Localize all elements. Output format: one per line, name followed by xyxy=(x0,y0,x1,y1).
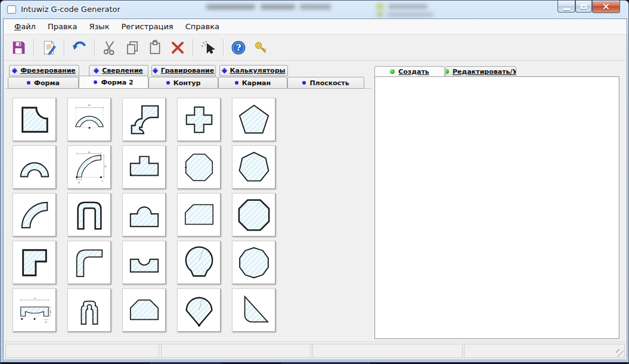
shape-rect-concave-corner[interactable] xyxy=(13,98,56,141)
magic-pointer-icon xyxy=(200,40,216,55)
toolbar-separator xyxy=(193,39,193,57)
shape-heptagon[interactable] xyxy=(232,145,275,189)
shape-lintel-arch-icon: abd xyxy=(17,293,52,328)
glass-smudge xyxy=(387,13,433,17)
shape-u-channel[interactable] xyxy=(67,193,111,237)
glass-smudge xyxy=(300,4,331,10)
shape-octagon-crosshair[interactable] xyxy=(177,145,221,189)
shape-flat-hexagon[interactable] xyxy=(122,288,166,332)
clipboard-icon xyxy=(147,40,163,55)
key-icon xyxy=(253,40,269,55)
shape-pentagon[interactable] xyxy=(232,98,275,141)
toolbar-cut-button[interactable] xyxy=(100,38,120,58)
resize-grip[interactable] xyxy=(616,349,624,357)
shape-fan-point-bottom-icon xyxy=(182,293,216,328)
menu-item-edit[interactable]: Правка xyxy=(42,19,83,34)
shape-rect-chamfer-corner-icon xyxy=(182,198,216,232)
shape-balloon-flat-bottom-icon xyxy=(182,245,216,280)
tab-label: Редактировать/У xyxy=(453,68,516,76)
tab-frezerovanie[interactable]: Фрезерование xyxy=(9,65,79,76)
shape-half-ring-icon xyxy=(17,150,52,185)
svg-text:a: a xyxy=(88,104,90,107)
shape-stepped-corner-icon xyxy=(127,102,162,137)
menu-item-language[interactable]: Язык xyxy=(83,19,115,34)
tab-label: Форма 2 xyxy=(101,79,133,86)
toolbar-select-tool-button[interactable] xyxy=(198,38,218,58)
tab-redaktirovat[interactable]: Редактировать/У xyxy=(445,66,516,77)
client-area: ФайлПравкаЯзыкРегистрацияСправка ? Фрезе… xyxy=(3,18,627,359)
tab-forma[interactable]: Форма xyxy=(8,77,79,89)
toolbar: ? xyxy=(4,35,627,61)
menu-item-file[interactable]: Файл xyxy=(8,19,42,34)
toolbar-license-key-button[interactable] xyxy=(251,38,271,58)
glass-smudge xyxy=(57,359,90,362)
tab-label: Плоскость xyxy=(309,79,349,87)
floppy-disk-icon xyxy=(11,40,26,55)
tab-label: Карман xyxy=(242,79,271,87)
shape-pentagon-icon xyxy=(237,102,271,137)
delete-x-icon xyxy=(170,40,185,55)
shape-portal-arch[interactable] xyxy=(67,288,111,332)
shape-rect-semicircle-notch[interactable] xyxy=(122,241,166,284)
title-bar[interactable]: Intuwiz G-code Generator × xyxy=(1,1,628,18)
window-title: Intuwiz G-code Generator xyxy=(21,5,120,14)
svg-text:a: a xyxy=(88,150,90,153)
shape-stepped-corner[interactable] xyxy=(122,98,166,141)
shape-fan-point-bottom[interactable] xyxy=(177,288,221,332)
scissors-icon xyxy=(102,40,117,55)
toolbar-edit-document-button[interactable] xyxy=(39,38,59,58)
svg-text:a: a xyxy=(34,296,36,299)
toolbar-paste-button[interactable] xyxy=(145,38,165,58)
tab-kontur[interactable]: Контур xyxy=(148,77,218,89)
glass-smudge xyxy=(261,4,295,10)
shape-right-triangle-fillet[interactable] xyxy=(232,288,275,332)
toolbar-separator xyxy=(64,39,64,57)
shape-l-block[interactable] xyxy=(13,241,56,284)
shape-t-shape[interactable] xyxy=(122,145,166,189)
shape-arch-bridge-icon: a xyxy=(72,102,107,137)
menu-bar: ФайлПравкаЯзыкРегистрацияСправка xyxy=(4,19,627,35)
dot-blue-icon xyxy=(166,81,170,85)
shape-heptagon-icon xyxy=(237,150,271,185)
app-icon[interactable] xyxy=(7,5,16,14)
undo-arrow-icon xyxy=(72,40,87,55)
shape-balloon-flat-bottom[interactable] xyxy=(177,241,221,284)
toolbar-delete-button[interactable] xyxy=(168,38,188,58)
shape-rect-concave-corner-icon xyxy=(17,102,52,137)
shape-octagon-icon xyxy=(237,198,271,232)
close-icon: × xyxy=(602,1,610,12)
toolbar-undo-button[interactable] xyxy=(69,38,89,58)
shape-curved-wedge[interactable]: abcd xyxy=(67,145,111,189)
toolbar-copy-button[interactable] xyxy=(122,38,142,58)
shape-octagon[interactable] xyxy=(232,193,275,237)
shape-half-ring[interactable] xyxy=(13,145,56,189)
shape-rect-chamfer-corner[interactable] xyxy=(177,193,221,237)
menu-item-help[interactable]: Справка xyxy=(179,19,225,34)
tab-karman[interactable]: Карман xyxy=(218,77,287,89)
shape-rect-dome-top[interactable] xyxy=(122,193,166,237)
glass-smudge xyxy=(376,12,383,17)
tab-gravirovanie[interactable]: Гравирование xyxy=(151,65,216,76)
tab-sverlenie[interactable]: Сверление xyxy=(89,65,148,76)
shape-arch-bridge[interactable]: a xyxy=(67,98,111,141)
preview-canvas[interactable] xyxy=(374,76,619,339)
maximize-button[interactable] xyxy=(575,1,592,13)
close-button[interactable]: × xyxy=(592,1,620,13)
toolbar-help-button[interactable]: ? xyxy=(228,38,249,58)
toolbar-save-button[interactable] xyxy=(8,38,29,58)
shape-flat-hexagon-icon xyxy=(127,293,162,328)
shape-elbow-bend[interactable] xyxy=(67,241,111,284)
shape-lintel-arch[interactable]: abd xyxy=(13,288,56,332)
shape-cross-plus[interactable] xyxy=(177,98,221,141)
shape-quarter-ring-blade[interactable] xyxy=(13,193,56,237)
tab-forma-2[interactable]: Форма 2 xyxy=(79,76,148,89)
tab-sozdat[interactable]: Создать xyxy=(374,66,445,77)
shape-decagon[interactable] xyxy=(232,241,275,284)
tab-kalkulyatory[interactable]: Калькуляторы xyxy=(219,65,288,76)
shape-cross-plus-icon xyxy=(182,102,216,137)
application-window: Intuwiz G-code Generator × ФайлПравкаЯзы… xyxy=(0,0,629,364)
shape-rect-semicircle-notch-icon xyxy=(127,245,162,280)
menu-item-registration[interactable]: Регистрация xyxy=(115,19,179,34)
tab-ploskost[interactable]: Плоскость xyxy=(287,77,364,89)
minimize-button[interactable] xyxy=(557,1,575,13)
